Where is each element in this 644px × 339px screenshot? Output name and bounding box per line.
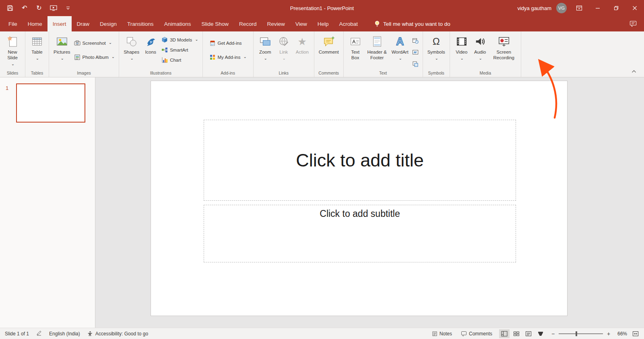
text-box-button[interactable]: Text Box (346, 33, 365, 68)
object-icon (412, 61, 419, 67)
dropdown-caret-icon (434, 55, 438, 59)
header-footer-button[interactable]: Header & Footer (365, 33, 390, 68)
title-placeholder[interactable]: Click to add title (204, 120, 516, 201)
zoom-level[interactable]: 66% (614, 331, 627, 337)
minimize-button[interactable] (588, 0, 607, 16)
shapes-label: Shapes (124, 49, 139, 55)
pictures-label: Pictures (54, 49, 70, 55)
smartart-label: SmartArt (170, 48, 188, 52)
screen-recording-icon (498, 35, 510, 48)
slide-thumbnail[interactable] (16, 83, 85, 123)
group-label-text: Text (345, 71, 421, 77)
photo-album-button[interactable]: Photo Album (72, 54, 117, 61)
zoom-in-button[interactable]: + (606, 331, 611, 337)
icons-icon (144, 35, 157, 48)
comment-button[interactable]: Comment (317, 33, 341, 68)
tab-review[interactable]: Review (262, 16, 290, 31)
undo-button[interactable]: ↶ (20, 4, 29, 12)
screenshot-button[interactable]: Screenshot (72, 40, 117, 47)
accessibility-button[interactable]: Accessibility: Good to go (87, 331, 148, 337)
customize-quick-access-toolbar-button[interactable] (64, 4, 72, 12)
tab-design[interactable]: Design (95, 16, 122, 31)
date-time-button[interactable] (411, 36, 420, 45)
new-slide-icon (6, 35, 19, 48)
close-button[interactable] (625, 0, 644, 16)
subtitle-placeholder-text: Click to add subtitle (320, 208, 400, 219)
wordart-label: WordArt (392, 49, 409, 55)
new-slide-button[interactable]: New Slide (2, 33, 23, 68)
dropdown-caret-icon (282, 55, 286, 59)
action-button[interactable]: ★ Action (293, 33, 312, 68)
zoom-out-button[interactable]: − (551, 331, 555, 337)
subtitle-placeholder[interactable]: Click to add subtitle (204, 205, 516, 262)
fit-slide-to-window-button[interactable] (630, 329, 641, 338)
start-from-beginning-button[interactable] (49, 4, 58, 12)
tab-file[interactable]: File (3, 16, 23, 31)
redo-button[interactable]: ↻ (35, 4, 43, 12)
slide-editing-canvas: Click to add title Click to add subtitle (95, 77, 644, 328)
slide-show-view-button[interactable] (535, 329, 546, 338)
ribbon-group-comments: Comment Comments (314, 31, 344, 77)
tab-insert[interactable]: Insert (47, 16, 72, 31)
main-area: 1 Click to add title Click to add subtit… (0, 77, 644, 328)
save-button[interactable] (6, 4, 14, 12)
tab-draw[interactable]: Draw (72, 16, 95, 31)
smartart-button[interactable]: SmartArt (160, 46, 200, 54)
3d-models-button[interactable]: 3D Models (160, 36, 200, 44)
restore-button[interactable] (607, 0, 625, 16)
audio-button[interactable]: Audio (471, 33, 489, 68)
ribbon-display-options-button[interactable] (573, 0, 585, 16)
comments-icon (461, 331, 467, 337)
notes-button[interactable]: Notes (430, 330, 454, 337)
link-button[interactable]: Link (275, 33, 293, 68)
get-add-ins-button[interactable]: Get Add-ins (208, 40, 248, 47)
tab-help[interactable]: Help (312, 16, 334, 31)
comments-button[interactable]: Comments (459, 330, 494, 337)
tab-home[interactable]: Home (23, 16, 47, 31)
language-indicator[interactable]: English (India) (49, 331, 80, 337)
tab-slide-show[interactable]: Slide Show (196, 16, 234, 31)
title-placeholder-text: Click to add title (296, 150, 424, 171)
fit-to-window-icon (632, 331, 639, 337)
slide-indicator: Slide 1 of 1 (5, 331, 29, 337)
pictures-button[interactable]: Pictures (52, 33, 72, 68)
slide[interactable]: Click to add title Click to add subtitle (151, 81, 568, 316)
zoom-button[interactable]: Zoom (256, 33, 275, 68)
group-label-add-ins: Add-ins (204, 71, 252, 77)
normal-view-button[interactable] (499, 329, 510, 338)
table-button[interactable]: Table (28, 33, 46, 68)
user-avatar[interactable]: VG (556, 3, 567, 13)
tab-view[interactable]: View (290, 16, 312, 31)
tab-record[interactable]: Record (234, 16, 262, 31)
screenshot-icon (74, 40, 80, 46)
group-label-links: Links (255, 71, 313, 77)
symbols-button[interactable]: Ω Symbols (425, 33, 447, 68)
tab-transitions[interactable]: Transitions (122, 16, 159, 31)
pen-button[interactable] (36, 330, 42, 337)
my-add-ins-button[interactable]: My Add-ins (208, 54, 248, 61)
table-label: Table (31, 49, 43, 55)
icons-button[interactable]: Icons (141, 33, 160, 68)
zoom-slider[interactable] (559, 333, 603, 334)
tell-me-button[interactable]: Tell me what you want to do (374, 16, 450, 31)
normal-view-icon (501, 331, 508, 337)
slide-sorter-view-button[interactable] (511, 329, 522, 338)
dropdown-caret-icon (460, 55, 464, 59)
ribbon-tab-bar: File Home Insert Draw Design Transitions… (0, 16, 644, 31)
collapse-ribbon-button[interactable] (630, 68, 638, 75)
screen-recording-button[interactable]: Screen Recording (489, 33, 518, 68)
notes-label: Notes (440, 331, 452, 337)
tab-acrobat[interactable]: Acrobat (334, 16, 363, 31)
wordart-button[interactable]: A WordArt (390, 33, 411, 68)
feedback-button[interactable] (630, 16, 637, 31)
slide-number-button[interactable] (411, 48, 420, 57)
chart-button[interactable]: Chart (160, 56, 200, 64)
zoom-slider-handle[interactable] (576, 331, 577, 336)
dropdown-caret-icon (10, 60, 14, 64)
video-button[interactable]: Video (452, 33, 471, 68)
wordart-icon: A (396, 35, 404, 48)
object-button[interactable] (411, 60, 420, 69)
tab-animations[interactable]: Animations (159, 16, 196, 31)
reading-view-button[interactable] (523, 329, 534, 338)
shapes-button[interactable]: Shapes (122, 33, 141, 68)
